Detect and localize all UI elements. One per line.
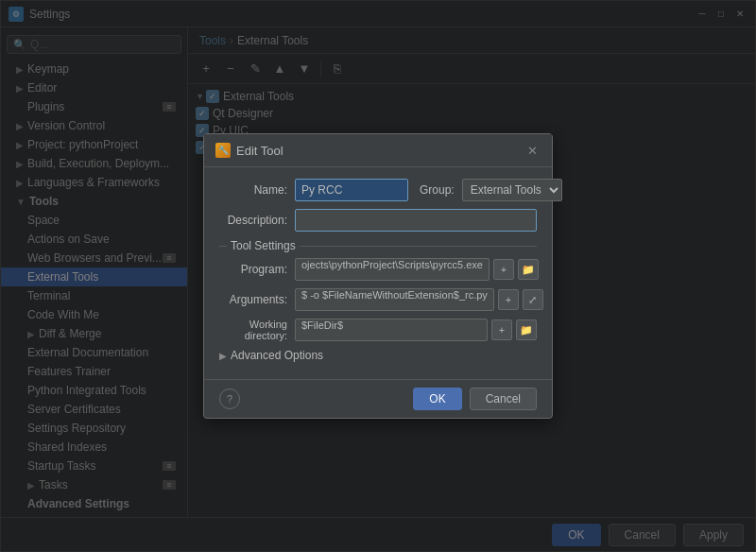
program-row: Program: ojects\pythonProject\Scripts\py…: [219, 258, 537, 281]
working-dir-row: Working directory: $FileDir$ + 📁: [219, 319, 537, 341]
arguments-expand-button[interactable]: ⤢: [523, 289, 543, 310]
working-dir-display: $FileDir$: [295, 319, 488, 341]
working-dir-browse-button[interactable]: 📁: [516, 319, 537, 340]
working-dir-input-group: $FileDir$ + 📁: [295, 319, 537, 341]
working-dir-add-macro-button[interactable]: +: [491, 319, 512, 340]
arguments-label: Arguments:: [219, 293, 295, 306]
modal-close-button[interactable]: ✕: [524, 142, 541, 159]
program-browse-button[interactable]: 📁: [518, 259, 539, 280]
group-label: Group:: [420, 183, 455, 197]
program-input-group: ojects\pythonProject\Scripts\pyrcc5.exe …: [295, 258, 539, 281]
name-label: Name:: [219, 183, 295, 197]
edit-tool-modal: 🔧 Edit Tool ✕ Name: Group: External Tool…: [203, 133, 553, 419]
arguments-input-group: $ -o $FileNameWithoutExtension$_rc.py + …: [295, 288, 543, 311]
name-group-row: Name: Group: External Tools: [219, 179, 537, 201]
program-path-display: ojects\pythonProject\Scripts\pyrcc5.exe: [295, 258, 490, 281]
arguments-add-macro-button[interactable]: +: [498, 289, 519, 310]
tool-settings-section-title: Tool Settings: [219, 239, 537, 252]
modal-title-text: Edit Tool: [236, 144, 284, 158]
advanced-arrow-icon: ▶: [219, 351, 227, 361]
group-select[interactable]: External Tools: [462, 179, 562, 201]
modal-ok-button[interactable]: OK: [413, 388, 461, 410]
modal-footer: ? OK Cancel: [204, 379, 552, 418]
working-dir-label: Working directory:: [219, 319, 295, 341]
advanced-options-label: Advanced Options: [231, 349, 323, 362]
description-label: Description:: [219, 214, 295, 227]
modal-overlay: 🔧 Edit Tool ✕ Name: Group: External Tool…: [0, 0, 756, 552]
arguments-display: $ -o $FileNameWithoutExtension$_rc.py: [295, 288, 494, 311]
section-line: [300, 246, 537, 247]
description-input[interactable]: [295, 209, 537, 232]
modal-icon: 🔧: [215, 143, 231, 158]
modal-title-bar: 🔧 Edit Tool ✕: [204, 134, 552, 167]
arguments-row: Arguments: $ -o $FileNameWithoutExtensio…: [219, 288, 537, 311]
help-button[interactable]: ?: [219, 388, 240, 409]
program-label: Program:: [219, 263, 295, 276]
modal-body: Name: Group: External Tools Description:…: [204, 167, 552, 379]
program-add-macro-button[interactable]: +: [493, 259, 514, 280]
modal-footer-buttons: OK Cancel: [413, 388, 537, 410]
modal-title-left: 🔧 Edit Tool: [215, 143, 284, 158]
name-input[interactable]: [295, 179, 408, 201]
description-row: Description:: [219, 209, 537, 232]
modal-cancel-button[interactable]: Cancel: [470, 388, 537, 410]
advanced-options-section[interactable]: ▶ Advanced Options: [219, 349, 537, 362]
